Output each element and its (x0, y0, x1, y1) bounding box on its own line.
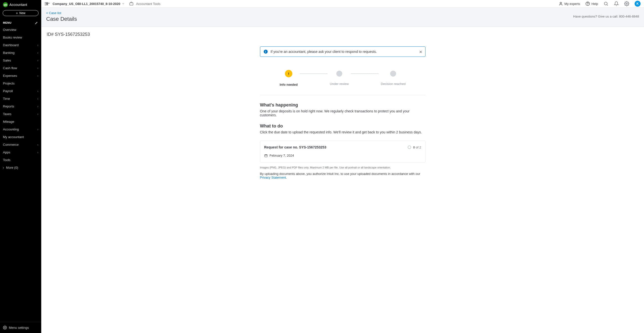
sidebar-item-reports[interactable]: Reports› (0, 103, 41, 110)
upload-note-suffix: . (286, 176, 287, 179)
alert-close-button[interactable]: ✕ (419, 50, 422, 54)
step-2-circle (336, 71, 342, 77)
plus-icon: + (16, 11, 18, 15)
step-1-circle: ! (285, 70, 292, 77)
sidebar-item-accounting[interactable]: Accounting› (0, 126, 41, 133)
what-to-do-heading: What to do (260, 124, 426, 129)
request-count-total: of 2 (416, 146, 421, 149)
help-link[interactable]: Help (586, 2, 598, 6)
request-title: Request for case no. SYS-1567253253 (264, 145, 326, 149)
upload-authorization-text: By uploading documents above, you author… (260, 172, 426, 179)
page-title: Case Details (46, 16, 77, 22)
request-date-text: February 7, 2024 (270, 154, 294, 157)
topbar: ◀ Company_US_OBI-LL1_20015740_8-10-2020 … (41, 0, 644, 8)
info-icon: i (264, 50, 268, 54)
sidebar-item-label: Dashboard (3, 43, 19, 47)
sidebar-item-my-accountant[interactable]: My accountant (0, 133, 41, 141)
pencil-icon[interactable] (35, 21, 38, 25)
gear-icon (3, 325, 7, 329)
sidebar-item-books-review[interactable]: Books review (0, 34, 41, 41)
sidebar-item-projects[interactable]: Projects (0, 80, 41, 87)
info-alert: i If you're an accountant, please ask yo… (260, 47, 426, 57)
svg-rect-8 (264, 154, 267, 157)
sidebar-item-payroll[interactable]: Payroll› (0, 87, 41, 95)
briefcase-icon (129, 2, 134, 6)
settings-button[interactable] (624, 1, 629, 6)
progress-circle-icon (408, 146, 411, 149)
menu-settings[interactable]: Menu settings (0, 322, 41, 333)
company-switcher[interactable]: Company_US_OBI-LL1_20015740_8-10-2020 (52, 2, 125, 6)
main: ◀ Company_US_OBI-LL1_20015740_8-10-2020 … (41, 0, 644, 333)
accountant-tools[interactable]: Accountant Tools (129, 2, 160, 6)
sidebar-item-label: Mileage (3, 120, 14, 124)
chevron-right-icon: › (37, 67, 38, 70)
chevron-right-icon: › (37, 105, 38, 108)
sidebar-nav: OverviewBooks reviewDashboard›Banking›Sa… (0, 26, 41, 322)
close-icon: ✕ (419, 50, 422, 54)
chevron-down-icon (122, 2, 125, 5)
whats-happening-heading: What's happening (260, 103, 426, 108)
sidebar-toggle[interactable]: ◀ (45, 2, 48, 5)
sidebar-item-label: Time (3, 97, 10, 101)
svg-point-7 (626, 3, 628, 5)
chevron-right-icon: › (3, 166, 4, 169)
my-experts[interactable]: My experts (558, 2, 580, 6)
sidebar-item-label: Banking (3, 51, 14, 55)
bell-icon (614, 1, 619, 6)
sidebar-item-commerce[interactable]: Commerce› (0, 141, 41, 148)
sidebar-item-time[interactable]: Time› (0, 95, 41, 103)
step-2-label: Under review (330, 82, 349, 86)
sidebar-item-banking[interactable]: Banking› (0, 49, 41, 57)
sidebar-item-label: Apps (3, 150, 10, 154)
help-label: Help (592, 2, 598, 6)
sidebar-item-dashboard[interactable]: Dashboard› (0, 41, 41, 49)
privacy-statement-link[interactable]: Privacy Statement (260, 176, 286, 179)
sidebar-item-label: Expenses (3, 74, 17, 78)
page-header: < Case list Case Details Have questions?… (41, 8, 644, 27)
person-icon (558, 2, 563, 6)
sidebar-item-apps[interactable]: Apps› (0, 148, 41, 156)
sidebar-item-label: Cash flow (3, 66, 17, 70)
brand: qb Accountant (0, 0, 41, 9)
sidebar-item-label: Projects (3, 82, 14, 85)
chevron-right-icon: › (37, 59, 38, 62)
search-icon (604, 1, 608, 6)
sidebar-item-overview[interactable]: Overview (0, 26, 41, 34)
menu-settings-label: Menu settings (9, 326, 29, 329)
step-connector (351, 73, 378, 74)
search-button[interactable] (604, 1, 608, 6)
sidebar-item-label: Books review (3, 36, 22, 39)
new-button-label: New (20, 11, 26, 15)
svg-line-6 (607, 5, 608, 6)
request-card[interactable]: Request for case no. SYS-1567253253 0 of… (260, 141, 426, 163)
avatar[interactable]: K (634, 1, 640, 7)
help-icon (586, 2, 590, 6)
notifications-button[interactable] (614, 1, 619, 6)
sidebar-item-cash-flow[interactable]: Cash flow› (0, 64, 41, 72)
step-3-label: Decision reached (381, 82, 406, 86)
sidebar-item-label: Taxes (3, 112, 11, 116)
alert-text: If you're an accountant, please ask your… (271, 50, 422, 54)
qb-logo-icon: qb (3, 2, 8, 7)
sidebar-item-taxes[interactable]: Taxes› (0, 110, 41, 118)
sidebar-item-tools[interactable]: Tools (0, 156, 41, 164)
chevron-right-icon: › (37, 128, 38, 131)
sidebar-more[interactable]: ›More (0) (0, 164, 41, 171)
breadcrumb-case-list[interactable]: < Case list (46, 11, 77, 15)
my-experts-label: My experts (564, 2, 580, 6)
whats-happening-text: One of your deposits is on hold right no… (260, 109, 426, 117)
sidebar-more-label: More (0) (6, 166, 18, 169)
sidebar-item-mileage[interactable]: Mileage (0, 118, 41, 126)
what-to-do-text: Click the due date to upload the request… (260, 130, 426, 134)
sidebar-item-sales[interactable]: Sales› (0, 57, 41, 64)
menu-header: MENU (0, 19, 41, 26)
sidebar-item-label: Reports (3, 105, 14, 108)
new-button[interactable]: + New (3, 10, 38, 16)
sidebar-item-expenses[interactable]: Expenses› (0, 72, 41, 80)
request-due-date: February 7, 2024 (264, 154, 421, 157)
content: ID# SYS-1567253253 i If you're an accoun… (41, 27, 644, 333)
upload-note-prefix: By uploading documents above, you author… (260, 172, 420, 176)
divider (260, 95, 426, 95)
chevron-right-icon: › (37, 44, 38, 47)
chevron-right-icon: › (37, 151, 38, 154)
